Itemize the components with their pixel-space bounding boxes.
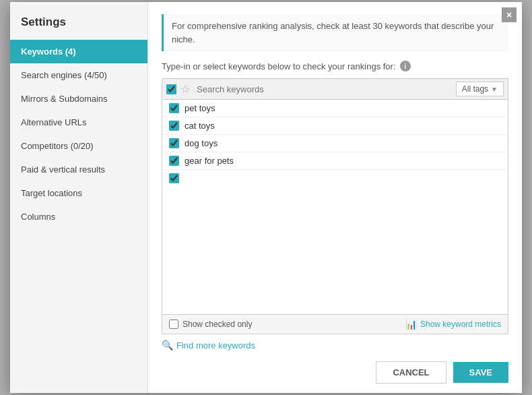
footer: CANCEL SAVE [162, 353, 508, 393]
info-text: For comprehensive ranking analysis, chec… [172, 21, 494, 44]
tags-label: All tags [462, 84, 488, 94]
keyword-checkbox[interactable] [169, 173, 179, 183]
sidebar: Settings Keywords (4) Search engines (4/… [10, 2, 148, 393]
search-input[interactable] [194, 83, 452, 96]
main-content: × For comprehensive ranking analysis, ch… [148, 2, 522, 393]
chevron-down-icon: ▼ [491, 86, 498, 93]
sidebar-item-keywords[interactable]: Keywords (4) [10, 40, 147, 63]
keyword-checkbox[interactable] [169, 156, 179, 166]
metrics-icon: 📊 [405, 319, 417, 330]
keyword-checkbox[interactable] [169, 121, 179, 131]
keyword-checkbox[interactable] [169, 103, 179, 113]
sidebar-item-alternative-urls[interactable]: Alternative URLs [10, 111, 147, 134]
bottom-bar: Show checked only 📊 Show keyword metrics [162, 315, 508, 334]
keywords-list: pet toyscat toysdog toysgear for pets [162, 99, 508, 315]
dialog-overlay: Settings Keywords (4) Search engines (4/… [0, 0, 532, 395]
sidebar-item-mirrors-subdomains[interactable]: Mirrors & Subdomains [10, 87, 147, 111]
sidebar-item-search-engines[interactable]: Search engines (4/50) [10, 63, 147, 87]
sidebar-item-columns[interactable]: Columns [10, 205, 147, 229]
save-button[interactable]: SAVE [453, 362, 508, 383]
find-more-keywords[interactable]: 🔍 Find more keywords [162, 334, 508, 353]
keyword-text: gear for pets [185, 156, 234, 166]
keyword-text: cat toys [185, 121, 215, 131]
keyword-text: dog toys [185, 138, 218, 148]
subheading: Type-in or select keywords below to chec… [162, 61, 508, 71]
close-button[interactable]: × [502, 7, 517, 22]
show-checked-checkbox[interactable] [169, 320, 178, 329]
star-icon[interactable]: ☆ [180, 83, 190, 96]
sidebar-item-paid-vertical[interactable]: Paid & vertical results [10, 158, 147, 181]
keyword-text: pet toys [185, 103, 215, 113]
info-icon: i [400, 61, 411, 71]
cancel-button[interactable]: CANCEL [376, 361, 446, 384]
search-plus-icon: 🔍 [162, 340, 173, 351]
select-all-checkbox[interactable] [166, 84, 176, 94]
keyword-row [162, 170, 508, 187]
keyword-checkbox[interactable] [169, 138, 179, 148]
keyword-row: gear for pets [162, 152, 508, 170]
tags-dropdown[interactable]: All tags ▼ [456, 82, 504, 96]
sidebar-item-target-locations[interactable]: Target locations [10, 181, 147, 205]
keyword-toolbar: ☆ All tags ▼ [162, 78, 508, 99]
show-keyword-metrics[interactable]: 📊 Show keyword metrics [405, 319, 501, 330]
show-checked-label[interactable]: Show checked only [169, 320, 252, 329]
keyword-row: dog toys [162, 135, 508, 152]
keyword-row: pet toys [162, 100, 508, 117]
info-bar: For comprehensive ranking analysis, chec… [162, 14, 508, 51]
sidebar-item-competitors[interactable]: Competitors (0/20) [10, 134, 147, 158]
keyword-row: cat toys [162, 117, 508, 135]
settings-dialog: Settings Keywords (4) Search engines (4/… [10, 2, 522, 393]
sidebar-title: Settings [10, 10, 147, 40]
